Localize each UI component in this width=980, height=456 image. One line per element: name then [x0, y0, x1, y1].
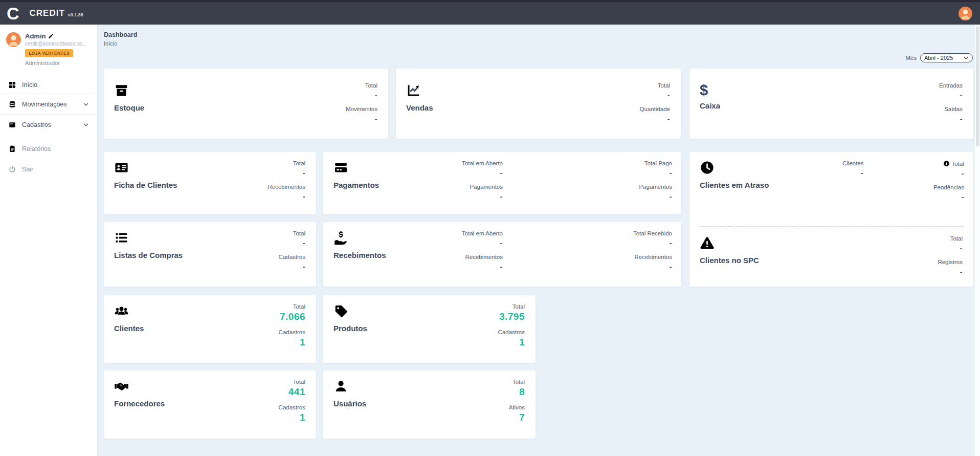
scrollbar[interactable] [975, 25, 980, 456]
stat: Total 8 [513, 379, 525, 398]
stat-label: Total [293, 303, 305, 310]
person-icon [959, 7, 972, 20]
list-icon [114, 230, 129, 245]
card-pagamentos: Pagamentos Total em Aberto - Total Pago … [323, 152, 681, 214]
stat-label: Total Recebido [633, 230, 672, 236]
user-avatar-button[interactable] [959, 7, 972, 20]
stat-value: - [303, 239, 305, 247]
stat: Cadastros 1 [279, 329, 305, 348]
stat-value: 1 [300, 412, 305, 423]
sidebar-item-inicio[interactable]: Início [0, 76, 97, 94]
chevron-down-icon [963, 55, 969, 61]
month-label: Mês [905, 55, 917, 61]
sidebar-item-label: Início [22, 81, 37, 89]
stat-value: - [667, 115, 670, 123]
stat-label: Total [513, 379, 525, 385]
users-icon [114, 303, 129, 318]
brand-name: CREDIT [30, 8, 65, 18]
stat-label: Cadastros [279, 404, 305, 410]
sidebar-item-cadastros[interactable]: Cadastros [0, 114, 97, 135]
page-title: Dashboard [104, 31, 137, 38]
sidebar-item-relatorios[interactable]: Relatórios [0, 139, 97, 159]
stat-value: - [667, 91, 670, 99]
month-select[interactable]: Abril - 2025 [920, 53, 973, 62]
stat: Total em Aberto - [462, 160, 503, 177]
stat-value: - [375, 115, 377, 123]
card-title: Clientes no SPC [700, 256, 963, 265]
stat-value: - [670, 192, 672, 201]
sidebar-item-label: Movimentações [22, 101, 67, 108]
stat-value: - [670, 263, 672, 271]
chart-line-icon [406, 83, 421, 98]
clipboard-icon [8, 145, 16, 153]
stat-value: 8 [519, 386, 525, 398]
card-clientes: Clientes Total 7.066 Cadastros 1 [104, 295, 316, 363]
card-title: Vendas [406, 103, 671, 112]
section-clientes-spc: Clientes no SPC Total - Registros - [700, 227, 963, 293]
stat-value: - [960, 91, 963, 99]
user-name: Admin [25, 32, 46, 40]
sidebar-item-label: Cadastros [22, 121, 51, 128]
app-header: C CREDIT v0.1.88 [0, 2, 980, 25]
stat: Total - [943, 160, 964, 178]
warning-icon [700, 235, 715, 250]
card-fornecedores: Fornecedores Total 441 Cadastros 1 [104, 371, 316, 439]
stat: Total - [365, 82, 377, 99]
stat-value: - [670, 169, 672, 177]
stat: Total - [950, 235, 963, 252]
stat-value: - [303, 169, 305, 177]
stat: Cadastros 1 [498, 329, 525, 348]
top-strip [0, 0, 980, 2]
stat: Total 3.795 [499, 303, 525, 322]
database-icon [8, 100, 16, 108]
month-select-value: Abril - 2025 [924, 55, 953, 61]
sidebar: Admin credit@anronsoftware.co... LOJA VE… [0, 25, 97, 456]
edit-profile-icon[interactable] [48, 33, 54, 39]
stat-value: - [962, 193, 964, 201]
stat-value: - [962, 169, 964, 178]
tag-icon [333, 303, 348, 318]
breadcrumb: Dashboard Início [104, 31, 137, 47]
card-produtos: Produtos Total 3.795 Cadastros 1 [323, 295, 536, 363]
stat: Total 7.066 [280, 303, 305, 322]
power-icon [8, 165, 16, 173]
stat-label: Total [950, 235, 963, 242]
sidebar-item-label: Relatórios [22, 145, 51, 153]
card-vendas: Vendas Total - Quantidade - [396, 69, 681, 139]
stat-label: Total [365, 82, 377, 89]
breadcrumb-subtitle: Início [104, 40, 137, 47]
stat: Quantidade - [640, 106, 670, 123]
stat-label: Total [658, 82, 670, 89]
dollar-icon: $ [700, 83, 963, 98]
user-block: Admin credit@anronsoftware.co... LOJA VE… [0, 25, 97, 66]
stat-value: - [500, 169, 503, 177]
stat-label: Recebimentos [634, 254, 672, 260]
stat-value: - [960, 268, 963, 276]
stat: Pagamentos - [470, 184, 503, 201]
card-usuarios: Usuários Total 8 Ativos 7 [323, 371, 536, 439]
user-icon [333, 379, 348, 394]
stat: Pagamentos - [639, 184, 672, 201]
stat: Pendências - [933, 184, 964, 201]
stat: Saídas - [944, 106, 963, 123]
stat-value: - [960, 244, 963, 252]
card-listas-compras: Listas de Compras Total - Cadastros - [104, 222, 316, 287]
stat: Movimentos - [346, 106, 377, 123]
sidebar-item-movimentacoes[interactable]: Movimentações [0, 94, 97, 114]
card-title: Produtos [333, 324, 525, 333]
sidebar-item-sair[interactable]: Sair [0, 159, 97, 180]
stat-value: - [500, 192, 503, 201]
stat: Total Pago - [644, 160, 672, 177]
card-caixa: $ Caixa Entradas - Saídas - [689, 69, 973, 139]
stat-label: Recebimentos [465, 254, 503, 260]
sidebar-nav: Início Movimentações Cadastros Relatório… [0, 76, 97, 180]
card-ficha-clientes: Ficha de Clientes Total - Recebimentos - [104, 152, 316, 214]
stat-value: - [861, 169, 863, 177]
stat: Total Recebido - [633, 230, 672, 247]
stat: Registros - [938, 259, 963, 276]
info-icon[interactable] [943, 160, 950, 167]
handshake-icon [114, 379, 129, 394]
stat-label: Total [293, 230, 305, 236]
stat-value: 7 [519, 412, 525, 423]
scrollbar-thumb[interactable] [976, 26, 979, 146]
